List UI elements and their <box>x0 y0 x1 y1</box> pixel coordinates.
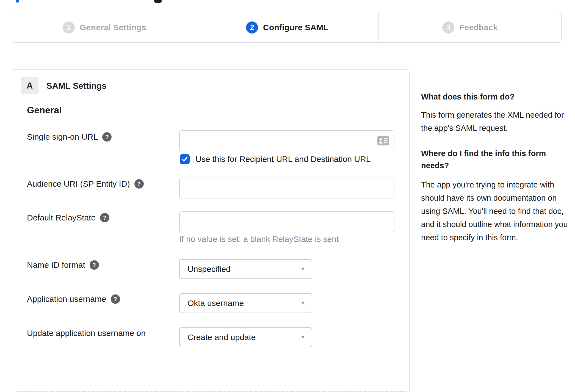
chevron-down-icon: ▼ <box>300 335 305 340</box>
sidebar-heading-what: What does this form do? <box>421 91 574 103</box>
relaystate-label-row: Default RelayState ? <box>27 213 109 222</box>
audience-uri-label: Audience URI (SP Entity ID) <box>27 179 130 189</box>
app-username-select[interactable]: Okta username ▼ <box>179 293 312 313</box>
recipient-url-checkbox[interactable] <box>180 154 190 164</box>
relaystate-hint: If no value is set, a blank RelayState i… <box>179 234 339 244</box>
sidebar-para-where: The app you're trying to integrate with … <box>421 178 574 244</box>
configure-saml-page: 1 General Settings 2 Configure SAML 3 Fe… <box>0 0 575 392</box>
relaystate-label: Default RelayState <box>27 213 96 222</box>
app-username-label: Application username <box>27 294 106 304</box>
recipient-url-checkbox-label: Use this for Recipient URL and Destinati… <box>195 154 371 164</box>
update-app-username-label-row: Update application username on <box>27 328 146 338</box>
contact-card-icon[interactable] <box>377 136 389 145</box>
step-1-label: General Settings <box>80 23 146 32</box>
app-username-label-row: Application username ? <box>27 294 120 304</box>
audience-uri-label-row: Audience URI (SP Entity ID) ? <box>27 179 144 189</box>
sidebar-para-what: This form generates the XML needed for t… <box>421 108 574 135</box>
update-app-username-select[interactable]: Create and update ▼ <box>179 327 312 347</box>
relaystate-input[interactable] <box>179 211 394 232</box>
sso-url-input[interactable] <box>179 130 394 151</box>
step-1-circle: 1 <box>63 21 75 34</box>
audience-uri-input[interactable] <box>179 178 394 198</box>
sso-url-help-icon[interactable]: ? <box>102 132 112 142</box>
header-icon-cutoff <box>154 0 162 3</box>
step-2-circle: 2 <box>246 21 258 34</box>
active-tab-underline-cutoff <box>16 0 19 2</box>
chevron-down-icon: ▼ <box>300 266 305 272</box>
relaystate-input-wrap <box>179 211 394 232</box>
step-2-label: Configure SAML <box>263 23 328 32</box>
step-3-label: Feedback <box>459 23 498 32</box>
name-id-format-select[interactable]: Unspecified ▼ <box>179 259 312 279</box>
audience-uri-help-icon[interactable]: ? <box>134 179 144 189</box>
name-id-format-label: Name ID format <box>27 260 85 270</box>
relaystate-help-icon[interactable]: ? <box>100 213 109 222</box>
name-id-format-label-row: Name ID format ? <box>27 260 99 270</box>
section-divider <box>16 391 407 392</box>
step-3-circle: 3 <box>442 21 454 34</box>
saml-settings-panel: A SAML Settings General Single sign-on U… <box>13 69 410 392</box>
help-sidebar: What does this form do? This form genera… <box>421 91 574 244</box>
app-username-help-icon[interactable]: ? <box>111 294 120 304</box>
step-configure-saml[interactable]: 2 Configure SAML <box>196 12 378 42</box>
sso-url-input-wrap <box>179 130 394 151</box>
update-app-username-value: Create and update <box>187 333 256 342</box>
chevron-down-icon: ▼ <box>300 300 305 306</box>
audience-uri-input-wrap <box>179 178 394 198</box>
step-feedback[interactable]: 3 Feedback <box>378 12 561 42</box>
app-username-value: Okta username <box>187 299 244 308</box>
sso-url-label: Single sign-on URL <box>27 132 98 142</box>
section-title: SAML Settings <box>46 81 106 91</box>
step-general-settings[interactable]: 1 General Settings <box>13 12 196 42</box>
name-id-format-value: Unspecified <box>187 264 231 274</box>
general-heading: General <box>27 105 62 115</box>
section-a-badge: A <box>21 77 38 94</box>
name-id-format-help-icon[interactable]: ? <box>90 260 99 270</box>
update-app-username-label: Update application username on <box>27 328 146 338</box>
sidebar-heading-where: Where do I find the info this form needs… <box>421 147 574 172</box>
wizard-stepper: 1 General Settings 2 Configure SAML 3 Fe… <box>13 12 562 43</box>
sso-url-label-row: Single sign-on URL ? <box>27 132 112 142</box>
checkmark-icon <box>181 156 188 162</box>
